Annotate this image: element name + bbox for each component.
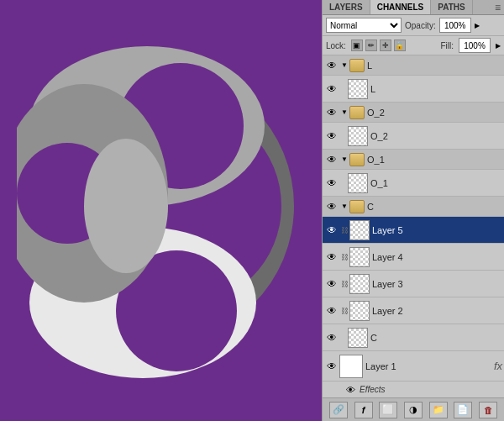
layer-name: Layer 2	[372, 306, 502, 316]
layer-thumbnail	[349, 247, 370, 267]
layer-name: O_1	[367, 155, 502, 165]
lock-row: Lock: ▣ ✏ ✛ 🔒 Fill: ▶	[323, 36, 504, 55]
layer-thumbnail	[348, 328, 368, 348]
visibility-icon[interactable]: 👁	[324, 250, 339, 265]
fill-label: Fill:	[440, 41, 454, 50]
layer-thumbnail	[349, 274, 370, 294]
visibility-icon[interactable]: 👁	[324, 152, 339, 167]
chain-icon: ⛓	[339, 304, 349, 318]
layer-row[interactable]: 👁 ▼ O_2	[323, 103, 504, 123]
new-layer-button[interactable]: 📄	[454, 402, 472, 418]
group-icon	[349, 153, 365, 166]
visibility-icon[interactable]: 👁	[324, 359, 339, 374]
layer-thumbnail	[339, 355, 363, 378]
layer-thumbnail	[349, 220, 370, 240]
layer-name: Layer 3	[372, 279, 502, 289]
tab-paths[interactable]: PATHS	[431, 0, 472, 14]
layer-name: C	[370, 333, 502, 343]
layer-thumbnail	[348, 79, 368, 99]
visibility-icon[interactable]: 👁	[324, 105, 339, 120]
opacity-label: Opacity:	[405, 21, 436, 30]
layer-name: Layer 5	[372, 225, 502, 235]
layer-row[interactable]: 👁 C	[323, 324, 504, 351]
fill-input[interactable]	[459, 38, 491, 53]
layer-row[interactable]: 👁 ⛓ Layer 4	[323, 244, 504, 271]
lock-all-icon[interactable]: 🔒	[394, 39, 406, 51]
visibility-icon[interactable]: 👁	[324, 82, 339, 97]
chain-icon: ⛓	[339, 250, 349, 264]
layer-name: Layer 4	[372, 252, 502, 262]
tab-layers[interactable]: LAYERS	[323, 0, 370, 14]
layer-row[interactable]: 👁 ⛓ Layer 3	[323, 271, 504, 297]
layer-name: Layer 1	[365, 361, 492, 371]
expand-icon[interactable]: ▼	[339, 202, 349, 212]
layer-row[interactable]: 👁 O_1	[323, 170, 504, 197]
layer-name: C	[367, 202, 502, 212]
lock-position-icon[interactable]: ✛	[380, 39, 391, 51]
layer-row[interactable]: 👁 ▼ L	[323, 55, 504, 76]
visibility-icon[interactable]: 👁	[324, 276, 339, 292]
visibility-icon[interactable]: 👁	[324, 176, 339, 191]
panel-menu-icon[interactable]: ≡	[495, 2, 504, 13]
layer-row[interactable]: 👁 L	[323, 76, 504, 103]
fx-icon: fx	[494, 360, 502, 372]
layer-name: O_2	[367, 108, 502, 118]
tab-channels[interactable]: CHANNELS	[370, 0, 432, 14]
panel-tabs: LAYERS CHANNELS PATHS ≡	[323, 0, 504, 15]
visibility-icon[interactable]: 👁	[324, 129, 339, 144]
visibility-icon[interactable]: 👁	[324, 58, 339, 73]
layer-row[interactable]: 👁 ▼ C	[323, 197, 504, 217]
blend-mode-select[interactable]: Normal	[326, 18, 402, 33]
visibility-icon[interactable]: 👁	[324, 330, 339, 345]
layer-row[interactable]: 👁 Layer 1 fx	[323, 351, 504, 382]
group-icon	[349, 106, 365, 119]
layer-thumbnail	[348, 173, 368, 193]
link-layers-button[interactable]: 🔗	[329, 402, 348, 418]
lock-transparent-icon[interactable]: ▣	[351, 39, 363, 51]
expand-icon[interactable]: ▼	[339, 108, 349, 118]
group-button[interactable]: 📁	[429, 402, 448, 418]
effects-visibility-icon[interactable]: 👁	[346, 385, 360, 395]
layer-row[interactable]: 👁 O_2	[323, 123, 504, 150]
visibility-icon[interactable]: 👁	[324, 303, 339, 318]
canvas-area	[0, 0, 322, 421]
effects-row: 👁 Effects	[323, 382, 504, 397]
lock-label: Lock:	[326, 41, 346, 50]
chain-icon: ⛓	[339, 277, 349, 291]
opacity-arrow-icon[interactable]: ▶	[475, 22, 480, 29]
layer-row[interactable]: 👁 ▼ O_1	[323, 150, 504, 170]
expand-icon[interactable]: ▼	[339, 61, 349, 71]
layers-panel: LAYERS CHANNELS PATHS ≡ Normal Opacity: …	[322, 0, 504, 421]
layer-thumbnail	[349, 301, 370, 321]
fill-arrow-icon[interactable]: ▶	[496, 42, 501, 50]
layer-name: L	[367, 61, 502, 71]
visibility-icon[interactable]: 👁	[324, 199, 339, 214]
lock-icons: ▣ ✏ ✛ 🔒	[351, 39, 406, 51]
layer-thumbnail	[348, 126, 368, 146]
panel-bottom-toolbar: 🔗 f ⬜ ◑ 📁 📄 🗑	[323, 397, 504, 421]
group-icon	[349, 200, 365, 213]
delete-layer-button[interactable]: 🗑	[479, 402, 497, 418]
opacity-input[interactable]	[439, 18, 471, 33]
add-mask-button[interactable]: ⬜	[379, 402, 397, 418]
adjustment-button[interactable]: ◑	[404, 402, 423, 418]
layer-row[interactable]: 👁 ⛓ Layer 5	[323, 217, 504, 244]
layers-list[interactable]: 👁 ▼ L 👁 L 👁 ▼ O_2 👁 O_2 👁	[323, 55, 504, 397]
blend-mode-row: Normal Opacity: ▶	[323, 15, 504, 36]
chain-icon: ⛓	[339, 224, 349, 237]
layer-name: L	[370, 84, 502, 94]
svg-point-8	[84, 139, 168, 273]
fx-button[interactable]: f	[354, 402, 373, 418]
visibility-icon[interactable]: 👁	[324, 223, 339, 238]
group-icon	[349, 59, 365, 72]
layer-name: O_1	[370, 178, 502, 188]
effects-label: Effects	[360, 385, 386, 394]
layer-row[interactable]: 👁 ⛓ Layer 2	[323, 297, 504, 324]
expand-icon[interactable]: ▼	[339, 155, 349, 165]
layer-name: O_2	[370, 131, 502, 141]
lock-pixels-icon[interactable]: ✏	[365, 39, 377, 51]
